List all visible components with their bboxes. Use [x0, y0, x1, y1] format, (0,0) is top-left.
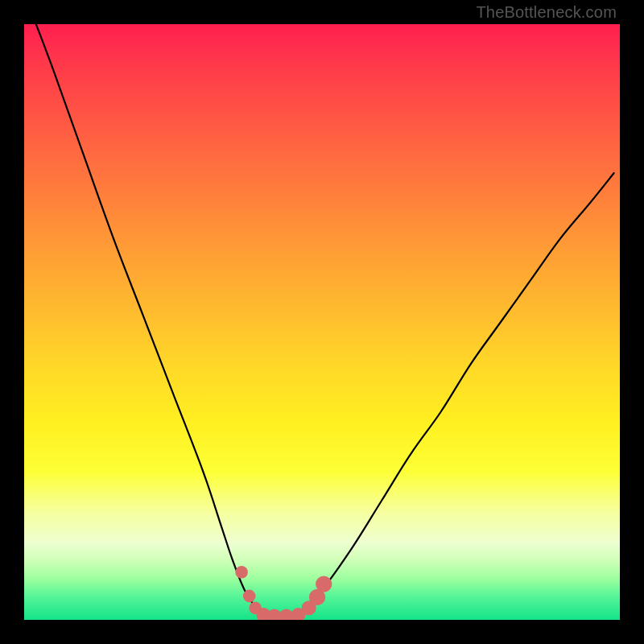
bottleneck-curve [36, 24, 614, 617]
watermark-text: TheBottleneck.com [476, 3, 617, 22]
curve-layer [24, 24, 620, 620]
marker-dot [316, 576, 332, 592]
marker-dot [235, 566, 248, 579]
flat-bottom-markers [235, 566, 332, 620]
chart-frame: TheBottleneck.com [0, 0, 644, 644]
marker-dot [243, 590, 256, 603]
plot-area [24, 24, 620, 620]
